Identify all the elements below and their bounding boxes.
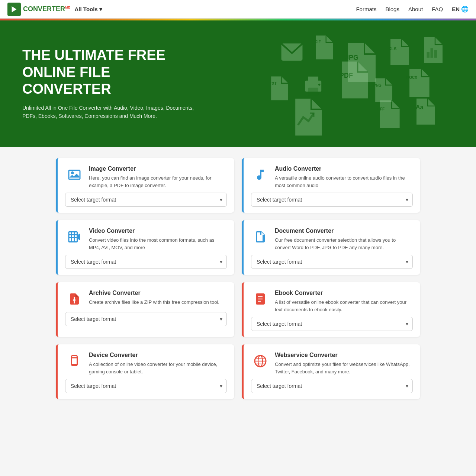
hero-subtitle: Unlimited All in One File Converter with… — [22, 104, 201, 120]
tiff-icon: TIFF — [376, 100, 400, 130]
audio-icon — [251, 165, 270, 184]
cards-grid: Image Converter Here, you can find an im… — [56, 158, 420, 399]
card-desc-archive: Create archive files like a ZIP with thi… — [89, 299, 219, 306]
chevron-down-icon: ▾ — [99, 6, 102, 13]
select-wrap-video[interactable]: Select target format ▾ — [65, 255, 227, 269]
card-header-document: Document Converter Our free document con… — [251, 228, 413, 251]
xls-icon: XLS — [387, 39, 409, 67]
card-title-audio: Audio Converter — [275, 165, 413, 172]
card-title-video: Video Converter — [89, 228, 227, 234]
hero-title: THE ULTIMATE FREEONLINE FILE CONVERTER — [22, 47, 201, 98]
ebook-icon — [251, 290, 270, 308]
card-desc-document: Our free document converter selection th… — [275, 237, 413, 251]
card-title-archive: Archive Converter — [89, 290, 219, 296]
card-ebook: Ebook Converter A list of versatile onli… — [242, 282, 420, 337]
card-header-audio: Audio Converter A versatile online audio… — [251, 165, 413, 189]
nav-blogs[interactable]: Blogs — [385, 6, 399, 12]
svg-marker-0 — [12, 6, 17, 12]
svg-marker-12 — [70, 174, 80, 178]
main-content: Image Converter Here, you can find an im… — [33, 147, 443, 410]
format-select-ebook[interactable]: Select target format — [251, 317, 413, 331]
navbar: CONVERTERME All Tools ▾ Formats Blogs Ab… — [0, 0, 476, 19]
format-select-device[interactable]: Select target format — [65, 379, 227, 393]
card-device: Device Converter A collection of online … — [56, 344, 234, 399]
card-audio: Audio Converter A versatile online audio… — [242, 158, 420, 213]
image-icon — [65, 165, 84, 184]
card-info-archive: Archive Converter Create archive files l… — [89, 290, 219, 306]
chart-icon — [420, 37, 443, 65]
device-icon — [65, 352, 84, 370]
card-info-audio: Audio Converter A versatile online audio… — [275, 165, 413, 189]
printer-icon — [301, 73, 325, 98]
format-select-audio[interactable]: Select target format — [251, 193, 413, 207]
webservice-icon — [251, 352, 270, 370]
select-wrap-document[interactable]: Select target format ▾ — [251, 255, 413, 269]
svg-point-19 — [73, 299, 75, 301]
hero-text: THE ULTIMATE FREEONLINE FILE CONVERTER U… — [22, 47, 201, 120]
format-select-video[interactable]: Select target format — [65, 255, 227, 269]
card-header-device: Device Converter A collection of online … — [65, 352, 227, 375]
format-select-document[interactable]: Select target format — [251, 255, 413, 269]
document-icon — [251, 228, 270, 246]
select-wrap-image[interactable]: Select target format ▾ — [65, 193, 227, 207]
card-header-ebook: Ebook Converter A list of versatile onli… — [251, 290, 413, 313]
format-select-webservice[interactable]: Select target format — [251, 379, 413, 393]
card-info-webservice: Webservice Converter Convert and optimiz… — [275, 352, 413, 375]
card-title-webservice: Webservice Converter — [275, 352, 413, 358]
all-tools-label: All Tools — [75, 6, 98, 12]
card-header-image: Image Converter Here, you can find an im… — [65, 165, 227, 189]
card-info-image: Image Converter Here, you can find an im… — [89, 165, 227, 189]
select-wrap-archive[interactable]: Select target format ▾ — [65, 312, 227, 326]
gif-icon: GIF — [312, 35, 333, 61]
card-title-image: Image Converter — [89, 165, 227, 172]
logo[interactable]: CONVERTERME — [7, 3, 70, 16]
card-info-video: Video Converter Convert video files into… — [89, 228, 227, 251]
svg-rect-6 — [434, 50, 437, 58]
format-select-archive[interactable]: Select target format — [65, 312, 227, 326]
svg-rect-5 — [431, 48, 434, 58]
card-title-device: Device Converter — [89, 352, 227, 358]
svg-rect-9 — [308, 77, 318, 82]
font-icon: Aa — [413, 99, 435, 126]
card-desc-ebook: A list of versatile online ebook convert… — [275, 299, 413, 313]
card-desc-video: Convert video files into the most common… — [89, 237, 227, 251]
logo-text: CONVERTERME — [23, 5, 70, 13]
pdf-icon: PDF — [337, 61, 368, 100]
all-tools-button[interactable]: All Tools ▾ — [75, 6, 102, 13]
hero-icons: GIF JPG XLS — [268, 35, 454, 132]
svg-rect-8 — [308, 88, 318, 96]
select-wrap-device[interactable]: Select target format ▾ — [65, 379, 227, 393]
card-header-webservice: Webservice Converter Convert and optimiz… — [251, 352, 413, 375]
card-desc-webservice: Convert and optimize your files for webs… — [275, 361, 413, 375]
trend-icon — [290, 99, 322, 137]
svg-rect-4 — [427, 52, 430, 58]
nav-about[interactable]: About — [408, 6, 423, 12]
card-title-document: Document Converter — [275, 228, 413, 234]
card-header-video: Video Converter Convert video files into… — [65, 228, 227, 251]
lang-label: EN — [452, 6, 460, 12]
format-select-image[interactable]: Select target format — [65, 193, 227, 207]
select-wrap-ebook[interactable]: Select target format ▾ — [251, 317, 413, 331]
nav-faq[interactable]: FAQ — [432, 6, 443, 12]
select-wrap-webservice[interactable]: Select target format ▾ — [251, 379, 413, 393]
txt-icon: TXT — [268, 76, 288, 102]
card-title-ebook: Ebook Converter — [275, 290, 413, 296]
language-button[interactable]: EN 🌐 — [452, 6, 469, 13]
nav-formats[interactable]: Formats — [356, 6, 376, 12]
svg-point-10 — [318, 84, 320, 86]
card-document: Document Converter Our free document con… — [242, 220, 420, 275]
nav-left: CONVERTERME All Tools ▾ — [7, 3, 102, 16]
hero-section: THE ULTIMATE FREEONLINE FILE CONVERTER U… — [0, 20, 476, 147]
nav-right: Formats Blogs About FAQ EN 🌐 — [356, 6, 469, 13]
card-info-device: Device Converter A collection of online … — [89, 352, 227, 375]
card-desc-device: A collection of online video converter f… — [89, 361, 227, 375]
select-wrap-audio[interactable]: Select target format ▾ — [251, 193, 413, 207]
globe-icon: 🌐 — [461, 6, 469, 13]
svg-point-11 — [71, 171, 74, 174]
card-desc-image: Here, you can find an image converter fo… — [89, 174, 227, 189]
video-icon — [65, 228, 84, 246]
card-image: Image Converter Here, you can find an im… — [56, 158, 234, 213]
card-webservice: Webservice Converter Convert and optimiz… — [242, 344, 420, 399]
card-info-ebook: Ebook Converter A list of versatile onli… — [275, 290, 413, 313]
archive-icon — [65, 290, 84, 308]
